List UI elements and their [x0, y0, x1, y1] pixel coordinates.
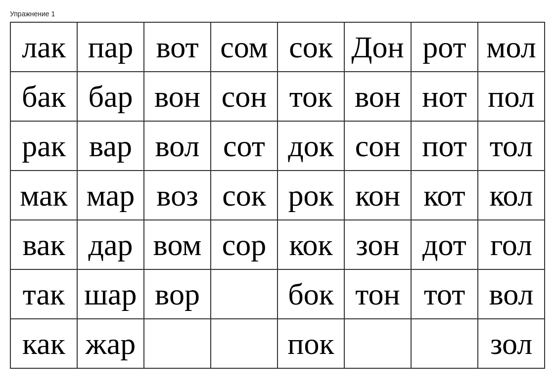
- table-cell: сом: [211, 22, 278, 72]
- table-cell: рот: [411, 22, 478, 72]
- table-cell: кол: [478, 171, 545, 220]
- table-cell: как: [10, 319, 77, 368]
- table-cell: [211, 319, 278, 368]
- table-cell: пол: [478, 72, 545, 121]
- table-cell: сон: [211, 72, 278, 121]
- table-cell: вор: [144, 269, 211, 319]
- table-cell: гол: [478, 220, 545, 269]
- table-cell: вот: [144, 22, 211, 72]
- table-cell: сон: [344, 121, 411, 171]
- table-cell: вон: [144, 72, 211, 121]
- table-cell: вар: [77, 121, 144, 171]
- table-cell: дот: [411, 220, 478, 269]
- table-cell: лак: [10, 22, 77, 72]
- table-cell: [211, 269, 278, 319]
- table-cell: пот: [411, 121, 478, 171]
- table-cell: шар: [77, 269, 144, 319]
- table-cell: кок: [278, 220, 344, 269]
- table-cell: жар: [77, 319, 144, 368]
- page-title: Упражнение 1: [10, 10, 545, 18]
- table-cell: [411, 319, 478, 368]
- table-cell: [144, 319, 211, 368]
- table-cell: бак: [10, 72, 77, 121]
- table-cell: кот: [411, 171, 478, 220]
- table-cell: рак: [10, 121, 77, 171]
- table-cell: бок: [278, 269, 344, 319]
- table-cell: вон: [344, 72, 411, 121]
- table-cell: пар: [77, 22, 144, 72]
- table-cell: так: [10, 269, 77, 319]
- table-cell: тон: [344, 269, 411, 319]
- table-cell: сор: [211, 220, 278, 269]
- table-cell: пок: [278, 319, 344, 368]
- table-cell: рок: [278, 171, 344, 220]
- table-cell: нот: [411, 72, 478, 121]
- table-cell: вак: [10, 220, 77, 269]
- table-cell: Дон: [344, 22, 411, 72]
- table-row: ракварволсотдоксонпоттол: [10, 121, 545, 171]
- word-grid: лакпарвотсомсокДонротмолбакбарвонсонтокв…: [10, 22, 545, 369]
- table-cell: [344, 319, 411, 368]
- table-row: вакдарвомсоркокзондотгол: [10, 220, 545, 269]
- table-cell: дар: [77, 220, 144, 269]
- table-cell: зол: [478, 319, 545, 368]
- table-cell: зон: [344, 220, 411, 269]
- table-row: какжарпокзол: [10, 319, 545, 368]
- table-cell: мол: [478, 22, 545, 72]
- table-cell: воз: [144, 171, 211, 220]
- table-cell: док: [278, 121, 344, 171]
- table-row: бакбарвонсонтоквоннотпол: [10, 72, 545, 121]
- table-cell: сок: [211, 171, 278, 220]
- table-cell: тол: [478, 121, 545, 171]
- table-cell: вом: [144, 220, 211, 269]
- table-cell: мак: [10, 171, 77, 220]
- table-row: такшарворбоктонтотвол: [10, 269, 545, 319]
- table-cell: вол: [144, 121, 211, 171]
- table-cell: бар: [77, 72, 144, 121]
- table-cell: сок: [278, 22, 344, 72]
- table-row: лакпарвотсомсокДонротмол: [10, 22, 545, 72]
- table-cell: ток: [278, 72, 344, 121]
- table-cell: кон: [344, 171, 411, 220]
- table-cell: вол: [478, 269, 545, 319]
- table-cell: тот: [411, 269, 478, 319]
- table-cell: мар: [77, 171, 144, 220]
- table-cell: сот: [211, 121, 278, 171]
- table-row: макмарвозсокрокконкоткол: [10, 171, 545, 220]
